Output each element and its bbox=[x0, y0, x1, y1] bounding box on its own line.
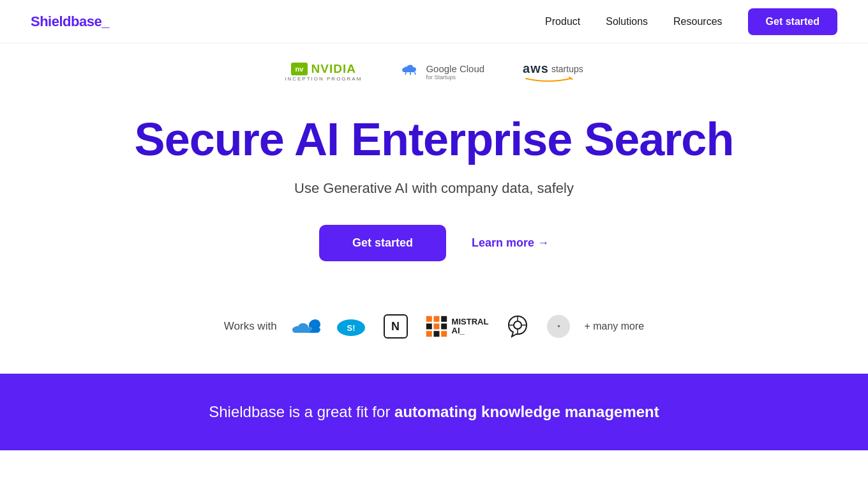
onedrive-icon bbox=[292, 315, 320, 338]
aws-startups-text: startups bbox=[551, 64, 583, 74]
svg-rect-5 bbox=[433, 316, 439, 322]
google-cloud-sub: for Startups bbox=[426, 74, 484, 80]
openai-integration-icon bbox=[502, 311, 533, 342]
aws-logo: aws startups bbox=[523, 61, 583, 82]
svg-text:nv: nv bbox=[295, 65, 304, 73]
svg-rect-4 bbox=[426, 316, 431, 322]
google-cloud-name: Google Cloud bbox=[426, 63, 484, 74]
works-with-label: Works with bbox=[224, 320, 277, 333]
nav-solutions[interactable]: Solutions bbox=[606, 16, 648, 27]
hero-cta-button[interactable]: Get started bbox=[319, 225, 446, 261]
salesforce-icon: S! bbox=[336, 315, 366, 338]
nvidia-sub: INCEPTION PROGRAM bbox=[285, 76, 362, 82]
svg-text:S!: S! bbox=[347, 323, 355, 333]
hero-heading: Secure AI Enterprise Search bbox=[31, 114, 837, 165]
onedrive-integration-icon bbox=[291, 311, 322, 342]
salesforce-integration-icon: S! bbox=[336, 311, 366, 342]
works-with-section: Works with S! N MISTRAL bbox=[0, 293, 868, 374]
mistral-icon bbox=[425, 315, 448, 338]
svg-rect-11 bbox=[433, 331, 439, 337]
nvidia-logo: nv NVIDIA INCEPTION PROGRAM bbox=[285, 62, 362, 82]
svg-rect-10 bbox=[426, 331, 431, 337]
svg-point-13 bbox=[514, 321, 521, 329]
svg-rect-8 bbox=[433, 324, 439, 330]
notion-icon-box: N bbox=[384, 314, 408, 339]
google-cloud-logo: Google Cloud for Startups bbox=[400, 63, 484, 80]
bottom-banner: Shieldbase is a great fit for automating… bbox=[0, 374, 868, 450]
hero-actions: Get started Learn more → bbox=[31, 225, 837, 261]
svg-rect-7 bbox=[426, 324, 431, 330]
bottom-banner-text: Shieldbase is a great fit for automating… bbox=[209, 403, 659, 421]
svg-rect-9 bbox=[441, 324, 447, 330]
mistral-integration-icon: MISTRAL AI_ bbox=[425, 315, 489, 338]
hero-learn-more-link[interactable]: Learn more → bbox=[472, 236, 549, 250]
notion-integration-icon: N bbox=[380, 311, 411, 342]
svg-rect-12 bbox=[441, 331, 447, 337]
more-label: + many more bbox=[584, 321, 644, 332]
mistral-label: MISTRAL AI_ bbox=[452, 317, 489, 336]
navbar: Shieldbase_ Product Solutions Resources … bbox=[0, 0, 868, 43]
google-cloud-icon bbox=[400, 64, 421, 80]
aws-smile-icon bbox=[523, 76, 574, 82]
nav-product[interactable]: Product bbox=[545, 16, 580, 27]
svg-rect-6 bbox=[441, 316, 447, 322]
bottom-banner-highlight: automating knowledge management bbox=[394, 403, 659, 420]
nav-links: Product Solutions Resources Get started bbox=[545, 8, 837, 35]
hero-subheading: Use Generative AI with company data, saf… bbox=[31, 180, 837, 197]
bottom-banner-prefix: Shieldbase is a great fit for bbox=[209, 403, 390, 420]
hero-section: Secure AI Enterprise Search Use Generati… bbox=[0, 95, 868, 293]
openai-icon-svg bbox=[505, 314, 530, 339]
other-integration-icon: · bbox=[547, 315, 570, 338]
nav-resources[interactable]: Resources bbox=[673, 16, 722, 27]
nvidia-icon: nv bbox=[291, 63, 308, 75]
partners-strip: nv NVIDIA INCEPTION PROGRAM Google Cloud… bbox=[0, 43, 868, 95]
aws-text: aws bbox=[523, 61, 549, 76]
logo[interactable]: Shieldbase_ bbox=[31, 13, 109, 30]
nvidia-name: NVIDIA bbox=[311, 62, 356, 76]
nav-cta-button[interactable]: Get started bbox=[748, 8, 837, 35]
